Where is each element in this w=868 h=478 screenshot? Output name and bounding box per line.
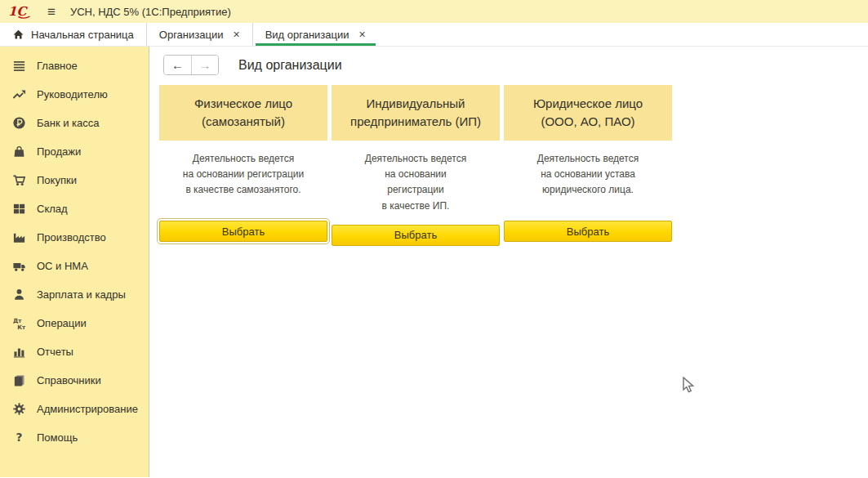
card-description: Деятельность ведется на основании регист… <box>159 151 327 210</box>
sidebar-item-spravochniki[interactable]: Справочники <box>0 366 149 395</box>
sidebar-item-pokupki[interactable]: Покупки <box>0 166 149 194</box>
ruble-icon <box>11 116 27 131</box>
sidebar-item-prodazhi[interactable]: Продажи <box>0 137 149 166</box>
card-description: Деятельность ведется на основании устава… <box>504 151 672 210</box>
sidebar-item-label: ОС и НМА <box>37 260 88 272</box>
cart-icon <box>11 173 27 188</box>
help-icon: ? <box>11 431 27 445</box>
sidebar-item-zarplata-i-kadry[interactable]: Зарплата и кадры <box>0 280 149 309</box>
forward-button[interactable]: → <box>191 56 218 74</box>
card-title: Физическое лицо (самозанятый) <box>159 85 327 141</box>
svg-text:1С: 1С <box>8 4 28 19</box>
tab-organization-type[interactable]: Вид организации × <box>252 23 378 46</box>
dt-kt-icon: ДтКт <box>11 316 27 331</box>
sidebar-item-label: Производство <box>37 231 106 243</box>
window-titlebar: 1С ≡ УСН, НДС 5% (1С:Предприятие) <box>0 0 868 23</box>
history-nav: ← → <box>163 55 219 75</box>
sidebar-item-label: Склад <box>37 203 68 215</box>
person-icon <box>11 288 27 302</box>
tab-label: Организации <box>159 29 224 41</box>
tab-label: Вид организации <box>265 29 349 41</box>
sidebar-menu: ГлавноеРуководителюБанк и кассаПродажиПо… <box>0 47 149 477</box>
close-icon[interactable]: × <box>233 28 239 41</box>
gear-icon <box>11 402 27 417</box>
card-title: Индивидуальный предприниматель (ИП) <box>332 85 500 141</box>
sidebar-item-label: Банк и касса <box>37 117 100 129</box>
sidebar-item-administrirovanie[interactable]: Администрирование <box>0 395 149 423</box>
sidebar-item-pomosch[interactable]: ?Помощь <box>0 423 149 452</box>
mouse-cursor <box>683 377 697 395</box>
page-title: Вид организации <box>238 58 342 73</box>
sidebar-item-rukovoditelyu[interactable]: Руководителю <box>0 80 149 109</box>
navigation-row: ← → Вид организации <box>159 55 868 75</box>
menu-lines-icon <box>11 59 27 74</box>
window-title: УСН, НДС 5% (1С:Предприятие) <box>70 6 231 18</box>
truck-icon <box>11 259 27 274</box>
1c-logo: 1С <box>8 4 33 20</box>
close-icon[interactable]: × <box>359 28 366 41</box>
sidebar-item-label: Помощь <box>37 431 78 444</box>
select-button[interactable]: Выбрать <box>504 221 672 242</box>
sidebar-item-glavnoe[interactable]: Главное <box>0 51 149 80</box>
bar-chart-icon <box>11 345 27 360</box>
books-icon <box>11 373 27 388</box>
app-window: 1С ≡ УСН, НДС 5% (1С:Предприятие) Началь… <box>0 0 868 478</box>
cards-row: Физическое лицо (самозанятый)Деятельност… <box>159 85 868 246</box>
sidebar-item-label: Зарплата и кадры <box>37 288 126 301</box>
tab-home[interactable]: Начальная страница <box>0 23 146 46</box>
sidebar-item-otchety[interactable]: Отчеты <box>0 337 149 366</box>
org-type-card-2: Индивидуальный предприниматель (ИП)Деяте… <box>332 85 500 246</box>
sidebar-item-os-i-nma[interactable]: ОС и НМА <box>0 252 149 280</box>
select-button[interactable]: Выбрать <box>159 221 327 242</box>
sidebar-item-label: Операции <box>37 317 87 329</box>
svg-text:?: ? <box>16 431 22 444</box>
sidebar-item-label: Отчеты <box>37 346 73 358</box>
bag-icon <box>11 145 27 159</box>
sidebar-item-label: Руководителю <box>37 88 108 101</box>
org-type-card-3: Юридическое лицо (ООО, АО, ПАО)Деятельно… <box>504 85 672 246</box>
main-menu-icon[interactable]: ≡ <box>44 5 59 19</box>
select-button[interactable]: Выбрать <box>332 225 500 246</box>
sidebar-item-proizvodstvo[interactable]: Производство <box>0 223 149 252</box>
sidebar-item-label: Справочники <box>37 374 101 386</box>
sidebar-item-sklad[interactable]: Склад <box>0 194 149 223</box>
home-icon <box>12 29 24 41</box>
back-button[interactable]: ← <box>164 56 191 74</box>
main-content: ← → Вид организации Физическое лицо (сам… <box>149 47 868 477</box>
org-type-card-1: Физическое лицо (самозанятый)Деятельност… <box>159 85 327 246</box>
sidebar-item-operacii[interactable]: ДтКтОперации <box>0 309 149 337</box>
tab-organizations[interactable]: Организации × <box>146 23 252 46</box>
warehouse-icon <box>11 202 27 217</box>
card-description: Деятельность ведется на основании регист… <box>332 151 500 214</box>
tab-label: Начальная страница <box>31 29 134 41</box>
trend-icon <box>11 87 27 102</box>
sidebar-item-bank-i-kassa[interactable]: Банк и касса <box>0 109 149 137</box>
factory-icon <box>11 230 27 245</box>
sidebar-item-label: Продажи <box>37 145 81 158</box>
svg-text:Кт: Кт <box>17 324 26 330</box>
sidebar-item-label: Администрирование <box>37 403 138 415</box>
sidebar-item-label: Главное <box>37 60 78 72</box>
sidebar-item-label: Покупки <box>37 174 77 186</box>
card-title: Юридическое лицо (ООО, АО, ПАО) <box>504 85 672 141</box>
tab-bar: Начальная страница Организации × Вид орг… <box>0 23 868 47</box>
